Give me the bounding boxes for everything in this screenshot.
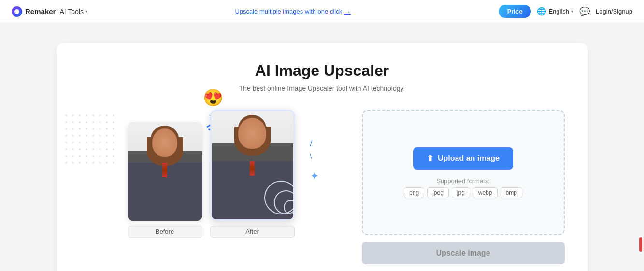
preview-section: document.currentScript.insertAdjacentHTM… <box>80 110 343 245</box>
chat-button[interactable]: 💬 <box>579 6 590 17</box>
logo: Remaker <box>12 6 56 17</box>
svg-point-0 <box>14 9 19 14</box>
images-row: 😍 ↙ <box>128 110 295 221</box>
excited-emoji: 😍 <box>203 88 223 107</box>
login-label: Login/Signup <box>596 8 632 15</box>
globe-icon: 🌐 <box>537 7 546 16</box>
after-label: After <box>210 226 295 238</box>
tie-decoration <box>162 163 167 177</box>
ai-tools-button[interactable]: AI Tools ▾ <box>59 8 87 15</box>
ai-tools-label: AI Tools <box>59 8 84 15</box>
face-decoration <box>152 128 177 157</box>
format-bmp: bmp <box>501 187 522 198</box>
logo-text: Remaker <box>25 7 56 15</box>
scroll-indicator <box>639 237 642 252</box>
upscale-multiple-link[interactable]: Upscale multiple images with one click → <box>235 8 351 15</box>
page-subtitle: The best online Image Upscaler tool with… <box>80 85 565 92</box>
formats-label: Supported formats: <box>404 177 522 185</box>
chevron-down-icon: ▾ <box>85 9 87 14</box>
header-left: Remaker AI Tools ▾ <box>12 6 87 17</box>
upload-section: ⬆ Upload an image Supported formats: png… <box>362 110 565 264</box>
before-label: Before <box>128 226 202 238</box>
upload-button[interactable]: ⬆ Upload an image <box>413 147 513 170</box>
after-image <box>210 110 295 221</box>
page-title: AI Image Upscaler <box>80 62 565 80</box>
card: AI Image Upscaler The best online Image … <box>57 43 588 271</box>
upload-dropzone[interactable]: ⬆ Upload an image Supported formats: png… <box>362 110 565 235</box>
language-selector[interactable]: 🌐 English ▾ <box>537 7 573 16</box>
formats-row: png jpeg jpg webp bmp <box>404 187 522 198</box>
main: AI Image Upscaler The best online Image … <box>0 23 644 271</box>
sparkle-icon: / <box>310 139 319 149</box>
diamond-icon: ✦ <box>310 170 319 183</box>
chat-icon: 💬 <box>579 7 590 16</box>
language-label: English <box>548 8 569 15</box>
arrow-right-icon: → <box>344 8 351 15</box>
arc-3 <box>264 181 295 214</box>
card-body: document.currentScript.insertAdjacentHTM… <box>80 110 565 264</box>
logo-icon <box>12 6 22 17</box>
face-after <box>238 118 266 149</box>
arcs-decoration <box>259 176 295 214</box>
before-image <box>128 122 202 221</box>
labels-row: Before After <box>128 226 295 238</box>
format-png: png <box>404 187 424 198</box>
format-webp: webp <box>473 187 498 198</box>
price-button[interactable]: Price <box>499 5 531 18</box>
format-jpeg: jpeg <box>427 187 449 198</box>
upscale-button-label: Upscale image <box>436 249 490 257</box>
header-right: Price 🌐 English ▾ 💬 Login/Signup <box>499 5 632 18</box>
header: Remaker AI Tools ▾ Upscale multiple imag… <box>0 0 644 23</box>
upscale-link-text: Upscale multiple images with one click <box>235 8 342 15</box>
small-sparkle-icon: \ <box>310 153 319 160</box>
right-sparkles: / \ ✦ <box>310 139 319 183</box>
person-before-illustration <box>128 122 202 221</box>
login-signup-button[interactable]: Login/Signup <box>596 8 632 15</box>
upload-button-label: Upload an image <box>438 154 500 163</box>
lang-chevron-icon: ▾ <box>571 9 573 14</box>
upscale-button[interactable]: Upscale image <box>362 242 565 264</box>
formats-section: Supported formats: png jpeg jpg webp bmp <box>404 177 522 198</box>
price-label: Price <box>507 8 523 15</box>
upload-icon: ⬆ <box>427 153 434 164</box>
tie-after <box>250 161 255 176</box>
header-center: Upscale multiple images with one click → <box>235 8 351 15</box>
dot-grid-decoration: document.currentScript.insertAdjacentHTM… <box>65 114 117 167</box>
format-jpg: jpg <box>452 187 470 198</box>
